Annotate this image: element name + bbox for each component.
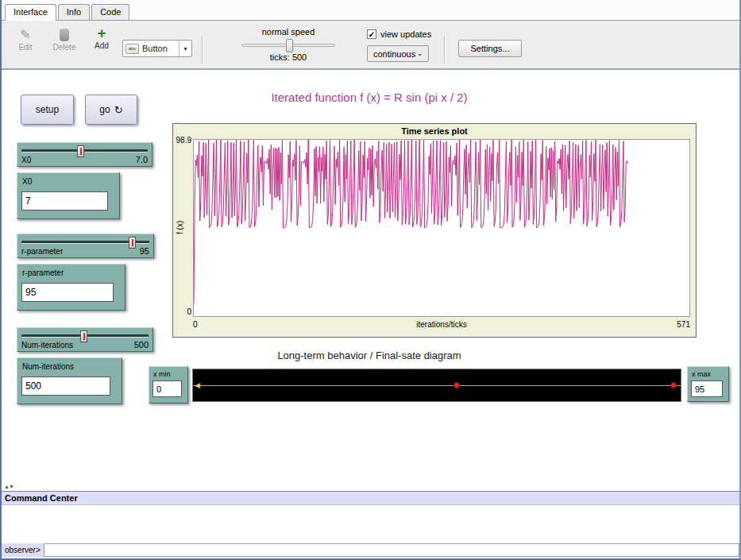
toolbar: ✎ Edit Delete + Add abc Button ▼ normal … xyxy=(2,21,739,70)
chevron-down-icon[interactable]: ▼ xyxy=(179,41,191,56)
input-label: x min xyxy=(153,370,171,378)
setup-button[interactable]: setup xyxy=(21,95,74,125)
final-state-bar: ◀ xyxy=(192,369,681,402)
delete-icon xyxy=(60,29,69,41)
edit-tool-label: Edit xyxy=(18,43,32,52)
final-state-dot xyxy=(670,382,677,388)
slider-value: 95 xyxy=(140,246,149,256)
input-label: X0 xyxy=(22,177,32,186)
update-mode-dropdown[interactable]: continuous ⌄ xyxy=(367,45,429,62)
go-button[interactable]: go ↻ xyxy=(85,95,137,125)
slider-handle[interactable] xyxy=(80,330,87,342)
pencil-icon: ✎ xyxy=(11,27,40,43)
edit-tool-button[interactable]: ✎ Edit xyxy=(11,27,40,52)
delete-tool-label: Delete xyxy=(53,43,76,52)
input-box-x-max: x max xyxy=(687,366,729,402)
tab-interface[interactable]: Interface xyxy=(5,4,56,21)
speed-slider[interactable] xyxy=(241,44,335,47)
command-prompt-row: observer> xyxy=(2,543,739,557)
checkbox-check-icon: ✓ xyxy=(367,29,376,39)
slider-label: r-parameter xyxy=(21,247,63,256)
slider-track xyxy=(21,149,148,153)
slider-label: Num-iterations xyxy=(21,341,73,350)
input-box-x0: X0 xyxy=(17,172,120,219)
plot-area xyxy=(193,139,690,317)
input-box-x-min: x min xyxy=(149,366,188,404)
x-min-input[interactable] xyxy=(152,380,182,397)
delete-tool-button[interactable]: Delete xyxy=(48,27,81,52)
speed-slider-thumb[interactable] xyxy=(286,39,293,52)
add-tool-label: Add xyxy=(95,41,109,50)
command-center-output[interactable] xyxy=(2,505,739,543)
left-arrow-icon: ◀ xyxy=(195,381,200,389)
setup-button-label: setup xyxy=(36,104,59,115)
speed-control: normal speed ticks: 500 xyxy=(230,27,346,62)
widget-type-dropdown[interactable]: abc Button ▼ xyxy=(122,40,192,57)
interface-canvas: setup go ↻ Iterated function f (x) = R s… xyxy=(2,71,739,492)
x-axis-max-label: 571 xyxy=(193,320,690,329)
view-updates-group: ✓ view updates continuous ⌄ xyxy=(367,29,431,62)
slider-handle[interactable] xyxy=(129,237,136,249)
slider-label: X0 xyxy=(21,156,31,164)
input-box-num-iterations: Num-iterations xyxy=(17,357,122,404)
r-parameter-input[interactable] xyxy=(21,283,114,302)
slider-value: 7.0 xyxy=(136,155,148,164)
command-center: Command Center observer> xyxy=(2,491,739,558)
toolbar-separator xyxy=(444,37,446,64)
slider-x0[interactable]: X0 7.0 xyxy=(17,142,152,167)
input-label: Num-iterations xyxy=(22,362,74,371)
go-button-label: go xyxy=(99,104,110,115)
tab-bar: Interface Info Code xyxy=(2,0,739,21)
tab-info[interactable]: Info xyxy=(58,4,90,20)
slider-num-iterations[interactable]: Num-iterations 500 xyxy=(17,327,153,352)
input-box-r-parameter: r-parameter xyxy=(17,264,125,311)
splitter-arrows-icon[interactable]: ▲▼ xyxy=(4,484,14,489)
ticks-counter: ticks: 500 xyxy=(230,52,346,62)
observer-prompt-label: observer> xyxy=(2,543,44,557)
x0-input[interactable] xyxy=(21,191,108,210)
slider-handle[interactable] xyxy=(77,145,84,157)
plus-icon: + xyxy=(87,25,116,41)
widget-type-label: Button xyxy=(142,44,168,53)
view-updates-label: view updates xyxy=(380,29,431,39)
final-state-dot xyxy=(453,382,460,388)
forever-arrows-icon: ↻ xyxy=(114,104,123,116)
view-updates-checkbox[interactable]: ✓ view updates xyxy=(367,29,431,39)
model-title: Iterated function f (x) = R sin (pi x / … xyxy=(192,91,546,104)
final-state-heading: Long-term behavior / Final-sate diagram xyxy=(192,350,546,361)
slider-r-parameter[interactable]: r-parameter 95 xyxy=(17,234,154,258)
input-label: x max xyxy=(692,370,711,378)
command-center-title: Command Center xyxy=(2,492,739,505)
time-series-plot: Time series plot 98.9 0 f (x) 0 iteratio… xyxy=(172,123,697,338)
chevron-down-icon: ⌄ xyxy=(417,50,423,57)
button-widget-icon: abc xyxy=(125,44,139,54)
tab-code[interactable]: Code xyxy=(91,4,129,20)
speed-label: normal speed xyxy=(230,27,346,37)
y-axis-min-label: 0 xyxy=(173,307,191,316)
command-input[interactable] xyxy=(44,543,739,557)
final-state-axis-line xyxy=(193,385,681,386)
plot-title: Time series plot xyxy=(173,126,696,136)
plot-canvas xyxy=(194,140,689,316)
num-iterations-input[interactable] xyxy=(21,377,110,396)
input-label: r-parameter xyxy=(22,268,64,277)
x-max-input[interactable] xyxy=(691,380,723,397)
netlogo-window: Interface Info Code ✎ Edit Delete + Add … xyxy=(0,0,741,560)
y-axis-title: f (x) xyxy=(176,180,184,275)
settings-button[interactable]: Settings... xyxy=(458,40,522,57)
add-widget-button[interactable]: + Add xyxy=(87,25,116,50)
slider-value: 500 xyxy=(134,340,149,350)
update-mode-value: continuous xyxy=(373,49,415,59)
y-axis-max-label: 98.9 xyxy=(173,136,191,145)
toolbar-separator xyxy=(202,37,203,64)
